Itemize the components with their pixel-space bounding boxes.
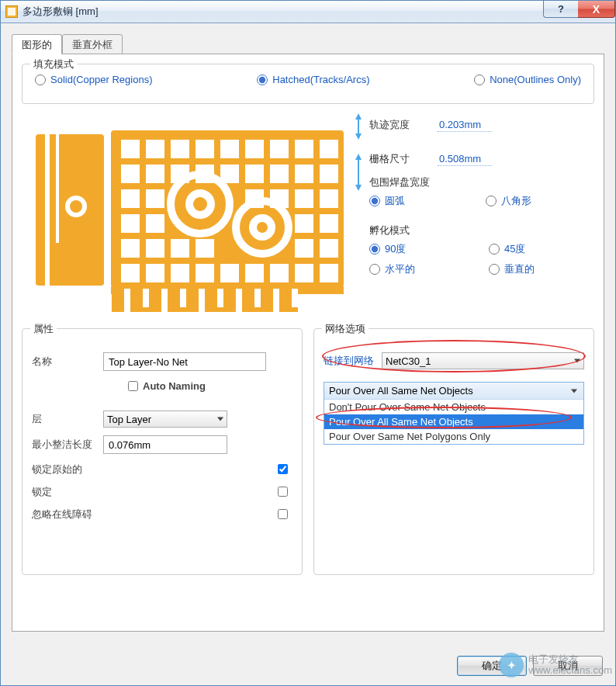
radio-hatched-input[interactable] <box>257 74 268 85</box>
radio-45deg[interactable]: 45度 <box>489 242 594 256</box>
radio-arc[interactable]: 圆弧 <box>369 194 469 208</box>
preview-area: 轨迹宽度 0.203mm 栅格尺寸 0.508mm 包围焊盘宽度 圆弧 八角形 … <box>22 115 594 313</box>
fill-mode-legend: 填充模式 <box>30 57 77 71</box>
tabstrip: 图形的 垂直外框 <box>12 34 604 54</box>
radio-90deg-label: 90度 <box>385 242 406 256</box>
pour-option-0[interactable]: Don't Pour Over Same Net Objects <box>324 400 583 414</box>
radio-45deg-input[interactable] <box>489 244 500 255</box>
net-options-legend: 网络选项 <box>322 322 369 336</box>
svg-rect-44 <box>171 264 189 282</box>
ignore-obstacles-checkbox[interactable] <box>278 509 288 519</box>
auto-naming-input[interactable] <box>128 381 138 391</box>
pour-option-2[interactable]: Pour Over Same Net Polygons Only <box>324 429 583 444</box>
preview-image <box>22 115 355 313</box>
min-prim-label: 最小整洁长度 <box>32 438 103 452</box>
svg-rect-23 <box>270 165 289 183</box>
radio-vertical[interactable]: 垂直的 <box>489 262 594 276</box>
radio-octagon[interactable]: 八角形 <box>486 194 595 208</box>
locked-checkbox[interactable] <box>278 487 288 497</box>
radio-arc-label: 圆弧 <box>385 194 405 208</box>
connect-to-net-select[interactable]: NetC30_1 <box>382 352 584 369</box>
radio-solid-input[interactable] <box>35 74 46 85</box>
svg-rect-35 <box>320 214 338 233</box>
svg-rect-40 <box>295 239 313 258</box>
radio-90deg[interactable]: 90度 <box>369 242 475 256</box>
copper-pour-preview-icon <box>22 115 355 313</box>
ignore-obstacles-label: 忽略在线障碍 <box>32 508 92 521</box>
radio-horizontal-label: 水平的 <box>385 262 415 276</box>
name-label: 名称 <box>32 355 103 369</box>
min-prim-input[interactable] <box>103 435 227 454</box>
pour-over-dropdown[interactable]: Pour Over All Same Net Objects Don't Pou… <box>324 382 584 445</box>
svg-rect-18 <box>146 165 164 183</box>
svg-point-7 <box>70 200 82 213</box>
watermark: ✦ 电子发烧友 www.elecfans.com <box>499 653 612 677</box>
chevron-down-icon <box>217 417 223 421</box>
grid-size-value[interactable]: 0.508mm <box>438 152 492 166</box>
svg-rect-73 <box>254 289 261 307</box>
svg-rect-39 <box>196 239 214 258</box>
pour-over-selected[interactable]: Pour Over All Same Net Objects <box>324 383 583 400</box>
locked-label: 锁定 <box>32 485 52 499</box>
radio-hatched[interactable]: Hatched(Tracks/Arcs) <box>257 74 369 85</box>
radio-arc-input[interactable] <box>369 196 380 206</box>
chevron-down-icon <box>574 359 580 363</box>
svg-rect-27 <box>146 189 164 208</box>
layer-label: 层 <box>32 412 103 426</box>
svg-rect-70 <box>199 289 205 312</box>
auto-naming-label: Auto Naming <box>143 380 206 392</box>
radio-none-input[interactable] <box>474 74 485 85</box>
group-fill-mode: 填充模式 Solid(Copper Regions) Hatched(Track… <box>22 64 594 104</box>
svg-rect-48 <box>270 264 289 282</box>
svg-rect-46 <box>220 264 239 282</box>
auto-naming-checkbox[interactable]: Auto Naming <box>125 379 206 393</box>
svg-rect-72 <box>236 289 242 312</box>
layer-select[interactable]: Top Layer <box>103 411 227 428</box>
svg-rect-32 <box>121 214 140 233</box>
close-button[interactable]: X <box>578 1 615 18</box>
lock-primitives-checkbox[interactable] <box>278 464 288 474</box>
svg-rect-68 <box>161 289 168 312</box>
surround-pads-label: 包围焊盘宽度 <box>369 175 594 189</box>
svg-rect-43 <box>146 264 164 282</box>
tab-vertical-label: 垂直外框 <box>72 39 112 50</box>
radio-octagon-input[interactable] <box>486 196 497 206</box>
track-width-value[interactable]: 0.203mm <box>438 118 492 132</box>
group-attributes: 属性 名称 Auto Naming 层 Top Layer <box>22 328 303 575</box>
radio-solid[interactable]: Solid(Copper Regions) <box>35 74 153 85</box>
radio-octagon-label: 八角形 <box>501 194 531 208</box>
pour-over-selected-label: Pour Over All Same Net Objects <box>329 385 473 397</box>
radio-horizontal-input[interactable] <box>369 264 380 275</box>
pour-option-0-label: Don't Pour Over Same Net Objects <box>329 401 486 413</box>
tab-graphical[interactable]: 图形的 <box>12 34 62 54</box>
radio-horizontal[interactable]: 水平的 <box>369 262 475 276</box>
help-button[interactable]: ? <box>543 1 578 18</box>
connect-to-net-value: NetC30_1 <box>386 355 431 367</box>
connect-to-net-label: 链接到网络 <box>324 354 374 368</box>
svg-rect-15 <box>295 140 313 158</box>
tab-pane: 填充模式 Solid(Copper Regions) Hatched(Track… <box>12 54 604 632</box>
name-input[interactable] <box>103 352 266 371</box>
tab-vertical-outline[interactable]: 垂直外框 <box>62 34 123 54</box>
svg-rect-13 <box>245 140 264 158</box>
radio-vertical-input[interactable] <box>489 264 500 275</box>
grid-size-label: 栅格尺寸 <box>369 152 431 166</box>
svg-rect-5 <box>56 134 59 243</box>
hatch-mode-label: 孵化模式 <box>369 223 594 237</box>
watermark-text: 电子发烧友 www.elecfans.com <box>528 654 612 677</box>
radio-none-label: None(Outlines Only) <box>490 74 581 85</box>
track-width-label: 轨迹宽度 <box>369 118 431 132</box>
svg-rect-22 <box>245 165 264 183</box>
watermark-line2: www.elecfans.com <box>528 665 612 676</box>
svg-rect-47 <box>245 264 264 282</box>
pour-option-1[interactable]: Pour Over All Same Net Objects <box>324 414 583 429</box>
svg-rect-14 <box>270 140 289 158</box>
preview-params: 轨迹宽度 0.203mm 栅格尺寸 0.508mm 包围焊盘宽度 圆弧 八角形 … <box>369 115 594 313</box>
svg-rect-12 <box>220 140 239 158</box>
svg-rect-41 <box>320 239 338 258</box>
dimension-arrow-grid-icon <box>354 154 363 191</box>
svg-rect-4 <box>45 134 50 286</box>
radio-none[interactable]: None(Outlines Only) <box>474 74 581 85</box>
radio-90deg-input[interactable] <box>369 244 380 255</box>
svg-rect-31 <box>320 189 338 208</box>
